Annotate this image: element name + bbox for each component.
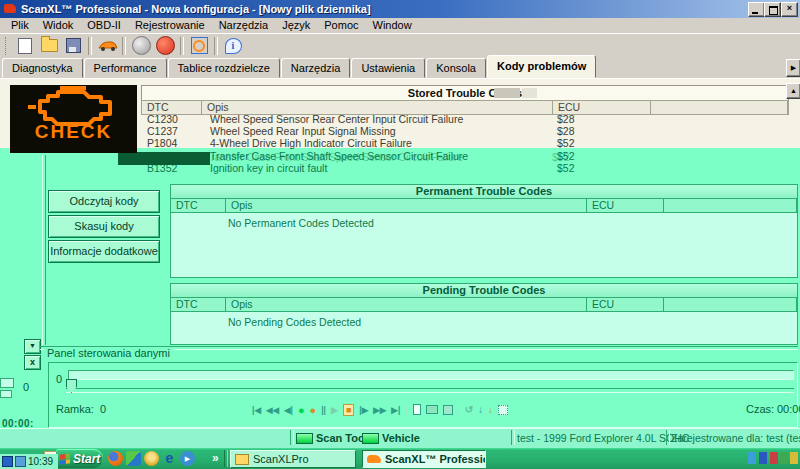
toolbar-gripper[interactable]	[5, 37, 10, 55]
quicklaunch-ie-icon[interactable]: e	[162, 451, 177, 466]
toolbar-separator	[214, 37, 218, 55]
save-log-button[interactable]	[443, 405, 453, 415]
additional-info-button[interactable]: Informacje dodatkowe	[48, 240, 160, 263]
open-file-button[interactable]	[37, 35, 61, 56]
export-down-button[interactable]: ↓	[478, 404, 483, 415]
tray-monitor-icon[interactable]	[2, 456, 13, 467]
column-header-blank[interactable]	[664, 199, 797, 212]
read-codes-button[interactable]: Odczytaj kody problemów	[48, 190, 160, 213]
scroll-up-button[interactable]: ▲	[786, 83, 800, 99]
tab-performance[interactable]: Performance	[84, 58, 167, 78]
permanent-codes-panel: Permanent Trouble Codes DTC Opis ECU No …	[170, 184, 798, 278]
table-row[interactable]: P18044-Wheel Drive High Indicator Circui…	[141, 137, 787, 149]
quicklaunch-desktop-icon[interactable]	[144, 451, 159, 466]
menu-item-window[interactable]: Window	[366, 18, 419, 33]
tray-icon[interactable]	[748, 452, 756, 464]
about-button[interactable]: i	[221, 35, 245, 56]
quicklaunch-app-icon[interactable]	[126, 451, 141, 466]
snapshot-button[interactable]	[498, 405, 508, 415]
fast-forward-button[interactable]: ▶▶	[373, 405, 386, 415]
tab-diagnostyka[interactable]: Diagnostyka	[2, 58, 83, 78]
statusbar-divider	[511, 430, 515, 445]
data-panel-title: Panel sterowania danymi	[44, 347, 173, 360]
frame-slider-track[interactable]	[66, 388, 794, 393]
close-button[interactable]: ×	[781, 2, 798, 17]
windows-logo-icon	[60, 453, 70, 464]
column-header-ecu[interactable]: ECU	[587, 199, 664, 212]
tab-bar: Diagnostyka Performance Tablice rozdziel…	[0, 56, 800, 78]
play-button[interactable]: ▶	[331, 405, 338, 415]
permanent-codes-header: DTC Opis ECU	[171, 199, 797, 213]
undo-icon-button[interactable]: ↺	[465, 404, 473, 415]
menu-item-narzedzia[interactable]: Narzędzia	[212, 18, 276, 33]
statusbar-divider	[666, 430, 670, 445]
record-button[interactable]: ●	[298, 404, 305, 416]
pause-button[interactable]: ||	[321, 405, 326, 415]
playback-progress-bar[interactable]	[68, 370, 794, 380]
step-forward-button[interactable]: |▶	[359, 405, 368, 415]
tab-scroll-right-button[interactable]: ▶	[786, 59, 800, 77]
column-header-blank[interactable]	[664, 298, 797, 311]
permanent-codes-empty-text: No Permanent Codes Detected	[171, 213, 797, 229]
taskbar-item-scanxlpro[interactable]: ScanXLPro	[230, 450, 356, 468]
panel-close-button[interactable]: x	[24, 355, 41, 370]
quicklaunch-overflow-chevron[interactable]: »	[212, 451, 219, 465]
quicklaunch-browser-icon[interactable]	[108, 451, 123, 466]
new-log-button[interactable]	[413, 404, 421, 415]
skip-to-end-button[interactable]: ▶|	[391, 405, 400, 415]
column-header-ecu[interactable]: ECU	[587, 298, 664, 311]
vehicle-info: test - 1999 Ford Explorer 4.0L SOHC	[517, 430, 689, 446]
disconnect-button[interactable]	[153, 35, 177, 56]
stop-button[interactable]: ■	[343, 404, 354, 416]
tray-icon[interactable]	[759, 452, 767, 464]
step-back-button[interactable]: ◀|	[284, 405, 293, 415]
panel-fragment	[0, 390, 12, 398]
column-header-opis[interactable]: Opis	[226, 199, 587, 212]
tab-tablice-rozdzielcze[interactable]: Tablice rozdzielcze	[168, 58, 280, 78]
tray-volume-icon[interactable]	[790, 452, 798, 464]
import-down-button[interactable]: ↓	[488, 404, 493, 415]
minimize-button[interactable]	[748, 2, 765, 17]
vehicle-button[interactable]	[95, 35, 119, 56]
tab-konsola[interactable]: Konsola	[426, 58, 486, 78]
menu-item-jezyk[interactable]: Język	[275, 18, 317, 33]
column-header-dtc[interactable]: DTC	[171, 298, 226, 311]
marker-button[interactable]: ●	[310, 404, 317, 416]
clear-codes-button[interactable]: Skasuj kody problemów	[48, 215, 160, 238]
menu-item-pomoc[interactable]: Pomoc	[317, 18, 365, 33]
menu-item-obd[interactable]: OBD-II	[80, 18, 128, 33]
check-lamp-label: CHECK	[35, 123, 113, 141]
tray-icon[interactable]	[780, 452, 788, 464]
skip-to-start-button[interactable]: |◀	[252, 405, 261, 415]
title-bar: ScanXL™ Professional - Nowa konfiguracja…	[0, 0, 800, 18]
quicklaunch-media-icon[interactable]: ▶	[180, 451, 195, 466]
tab-kody-problemow[interactable]: Kody problemów	[487, 55, 596, 78]
pending-codes-panel: Pending Trouble Codes DTC Opis ECU No Pe…	[170, 283, 798, 345]
menu-item-widok[interactable]: Widok	[36, 18, 81, 33]
connect-button[interactable]	[129, 35, 153, 56]
start-button[interactable]: Start	[56, 449, 103, 468]
open-log-button[interactable]	[426, 405, 438, 414]
taskbar-item-scanxl-professional[interactable]: ScanXL™ Professional...	[362, 450, 486, 468]
tray-volume-muted-icon[interactable]	[770, 452, 778, 464]
menu-item-rejestrowanie[interactable]: Rejestrowanie	[128, 18, 212, 33]
save-file-button[interactable]	[61, 35, 85, 56]
scroll-down-button[interactable]: ▼	[24, 339, 41, 354]
tab-narzedzia[interactable]: Narzędzia	[281, 58, 351, 78]
column-header-dtc[interactable]: DTC	[171, 199, 226, 212]
time-value: 00:00	[777, 403, 800, 415]
dashboard-designer-button[interactable]	[187, 35, 211, 56]
connector-gray-icon	[132, 36, 151, 55]
transport-separator: |	[405, 405, 407, 415]
table-row[interactable]: C1237Wheel Speed Rear Input Signal Missi…	[141, 125, 787, 137]
column-header-opis[interactable]: Opis	[226, 298, 587, 311]
tab-ustawienia[interactable]: Ustawienia	[351, 58, 425, 78]
table-row[interactable]: B1352Ignition key in circuit fault$52	[141, 162, 787, 174]
restore-button[interactable]	[764, 2, 781, 17]
menu-item-plik[interactable]: Plik	[4, 18, 36, 33]
tray-shield-icon[interactable]	[15, 456, 26, 467]
rewind-button[interactable]: ◀◀	[266, 405, 279, 415]
new-file-button[interactable]	[13, 35, 37, 56]
table-row[interactable]: P1836Transfer Case Front Shaft Speed Sen…	[141, 150, 787, 162]
table-row[interactable]: C1230Wheel Speed Sensor Rear Center Inpu…	[141, 113, 787, 125]
